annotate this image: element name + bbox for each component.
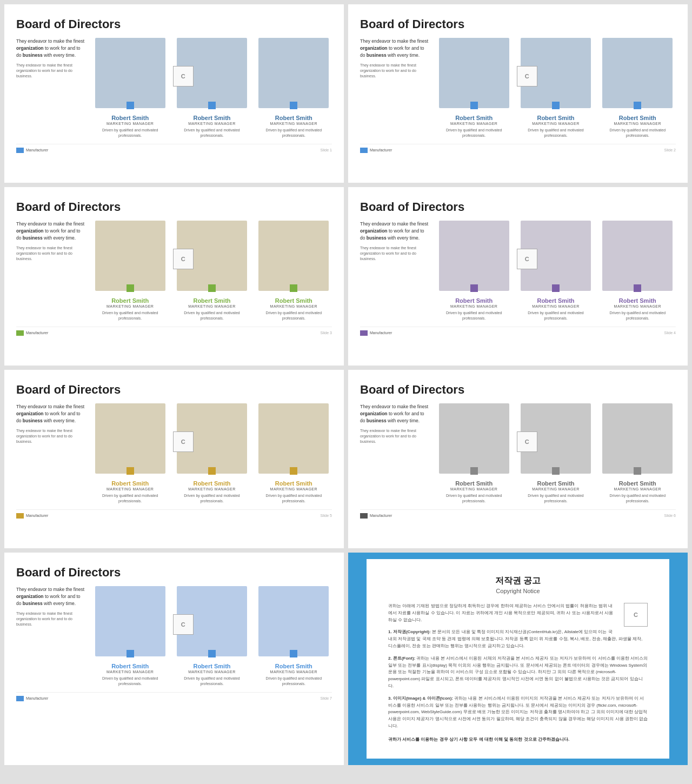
- person-desc-6-2: Driven by qualified and motivated profes…: [517, 493, 594, 504]
- logo-box: C: [173, 66, 194, 87]
- org-highlight-5: organization: [16, 411, 44, 416]
- person-name-6-1: Robert Smith: [455, 480, 493, 487]
- photo-inner-4-1: [439, 221, 509, 291]
- person-card-1: Robert Smith MARKETING MANAGER Driven by…: [92, 38, 168, 138]
- slide-num-2: Slide 2: [664, 148, 676, 152]
- person-name-3-2: Robert Smith: [193, 297, 230, 304]
- person-card-3-2: Robert Smith MARKETING MANAGER Driven by…: [174, 221, 250, 321]
- copyright-title-en: Copyright Notice: [388, 588, 648, 594]
- accent-dot-3: [290, 102, 297, 109]
- photo-box-5-3: [258, 403, 329, 474]
- person-desc-6-3: Driven by qualified and motivated profes…: [600, 493, 676, 504]
- logo-box-4: C: [517, 249, 537, 269]
- brand-label-5: Manufacturer: [26, 514, 48, 517]
- person-card-6-3: Robert Smith MARKETING MANAGER Driven by…: [600, 403, 676, 504]
- person-card-4-2: Robert Smith MARKETING MANAGER Driven by…: [517, 221, 594, 321]
- person-title-7-3: MARKETING MANAGER: [270, 670, 317, 674]
- person-card-7-2: Robert Smith MARKETING MANAGER Driven by…: [174, 586, 250, 687]
- slide-5-text: They endeavor to make the finest organiz…: [16, 403, 86, 504]
- photo-box-2-3: [602, 38, 673, 108]
- person-name-4-3: Robert Smith: [619, 297, 656, 304]
- slides-grid: Board of Directors They endeavor to make…: [0, 0, 692, 769]
- person-desc-3: Driven by qualified and motivated profes…: [256, 128, 332, 138]
- person-name-4-2: Robert Smith: [537, 297, 574, 304]
- logo-box-2: C: [517, 66, 537, 87]
- center-logo: C: [171, 64, 195, 88]
- person-card-3-1: Robert Smith MARKETING MANAGER Driven by…: [92, 221, 168, 321]
- photo-box-7-1: [95, 586, 165, 656]
- photo-inner-7-1: [95, 586, 165, 656]
- person-name-2-1: Robert Smith: [455, 115, 493, 121]
- person-desc-7-2: Driven by qualified and motivated profes…: [174, 676, 250, 687]
- person-name-1: Robert Smith: [111, 115, 149, 121]
- person-title-5-1: MARKETING MANAGER: [107, 487, 154, 491]
- accent-dot-4-2: [552, 284, 560, 292]
- slide-6-body: They endeavor to make the finest organiz…: [360, 403, 676, 504]
- center-logo-3: C: [171, 247, 195, 271]
- person-desc-7-3: Driven by qualified and motivated profes…: [256, 676, 332, 687]
- person-title-4-2: MARKETING MANAGER: [532, 304, 579, 308]
- photo-inner-3-1: [95, 221, 165, 291]
- person-title-7-2: MARKETING MANAGER: [188, 670, 235, 674]
- slide-4-title: Board of Directors: [360, 200, 676, 214]
- slide-num-7: Slide 7: [321, 696, 332, 700]
- person-name-5-1: Robert Smith: [111, 480, 149, 487]
- accent-dot-6-3: [634, 467, 641, 475]
- accent-dot-7-2: [208, 650, 216, 657]
- person-card-7-1: Robert Smith MARKETING MANAGER Driven by…: [92, 586, 168, 687]
- person-card-5-2: Robert Smith MARKETING MANAGER Driven by…: [174, 403, 250, 504]
- accent-dot-5-2: [208, 467, 216, 475]
- slide-3-body: They endeavor to make the finest organiz…: [16, 221, 332, 321]
- person-name-7-2: Robert Smith: [193, 663, 230, 669]
- footer-brand-6: Manufacturer: [360, 513, 392, 519]
- person-desc-6-1: Driven by qualified and motivated profes…: [436, 493, 512, 504]
- photo-inner-3-3: [258, 221, 329, 291]
- person-name-6-3: Robert Smith: [619, 480, 656, 487]
- slide-3-title: Board of Directors: [16, 200, 332, 214]
- slide-7-footer: Manufacturer Slide 7: [16, 692, 332, 701]
- photo-box-5-1: [95, 403, 165, 474]
- person-title-2: MARKETING MANAGER: [188, 122, 235, 125]
- person-desc-2-2: Driven by qualified and motivated profes…: [517, 128, 594, 138]
- footer-brand-4: Manufacturer: [360, 330, 392, 336]
- brand-label-3: Manufacturer: [26, 331, 48, 335]
- slide-5: Board of Directors They endeavor to make…: [4, 370, 344, 548]
- slide-5-cards: C Robert Smith MARKETING MANAGER Driven …: [92, 403, 332, 504]
- photo-box-4-3: [602, 221, 673, 291]
- slide-3-footer: Manufacturer Slide 3: [16, 327, 332, 336]
- accent-dot-1: [127, 102, 134, 109]
- person-desc-5-1: Driven by qualified and motivated profes…: [92, 493, 168, 504]
- slide-3-cards: C Robert Smith MARKETING MANAGER Driven …: [92, 221, 332, 321]
- person-title-2-3: MARKETING MANAGER: [614, 122, 661, 125]
- center-logo-6: C: [515, 430, 539, 454]
- org-highlight-4: organization: [360, 228, 388, 234]
- person-desc-7-1: Driven by qualified and motivated profes…: [92, 676, 168, 687]
- slide-2-cards: C Robert Smith MARKETING MANAGER Driven …: [436, 38, 676, 138]
- org-highlight-7: organization: [16, 594, 44, 599]
- org-highlight-3: organization: [16, 228, 44, 234]
- brand-label-7: Manufacturer: [26, 696, 48, 700]
- slide-num-5: Slide 5: [321, 514, 332, 517]
- photo-inner-1: [95, 38, 165, 108]
- photo-box-3-3: [258, 221, 329, 291]
- slide-6: Board of Directors They endeavor to make…: [348, 370, 688, 548]
- person-title-5-3: MARKETING MANAGER: [270, 487, 317, 491]
- person-name-7-1: Robert Smith: [111, 663, 149, 669]
- bus-highlight-4: business: [367, 235, 387, 241]
- footer-brand-5: Manufacturer: [16, 513, 48, 519]
- person-title-5-2: MARKETING MANAGER: [188, 487, 235, 491]
- slide-1: Board of Directors They endeavor to make…: [4, 4, 344, 183]
- slide-2-footer: Manufacturer Slide 2: [360, 144, 676, 153]
- brand-color-3: [16, 330, 24, 336]
- accent-dot-3-3: [290, 284, 297, 292]
- slide-1-title: Board of Directors: [16, 17, 332, 31]
- logo-box-3: C: [173, 249, 194, 269]
- accent-dot-5-3: [290, 467, 297, 475]
- person-card-6-2: Robert Smith MARKETING MANAGER Driven by…: [517, 403, 594, 504]
- accent-dot-3-1: [127, 284, 134, 292]
- copyright-section-2: 2. 폰트(Font): 귀하는 내용 본 서비스에서 이용된 서체의 저작권을…: [388, 655, 648, 690]
- person-name-7-3: Robert Smith: [275, 663, 312, 669]
- center-logo-7: C: [171, 613, 195, 636]
- copyright-title-kr: 저작권 공고: [388, 575, 648, 587]
- photo-box-1: [95, 38, 165, 108]
